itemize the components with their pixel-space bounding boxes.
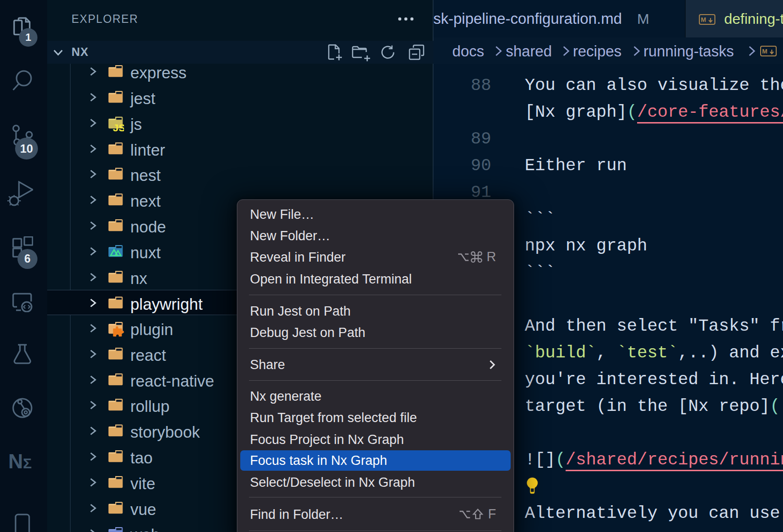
svg-text:M: M xyxy=(762,48,767,55)
svg-text:M: M xyxy=(701,16,706,23)
svg-text:JS: JS xyxy=(113,122,124,132)
